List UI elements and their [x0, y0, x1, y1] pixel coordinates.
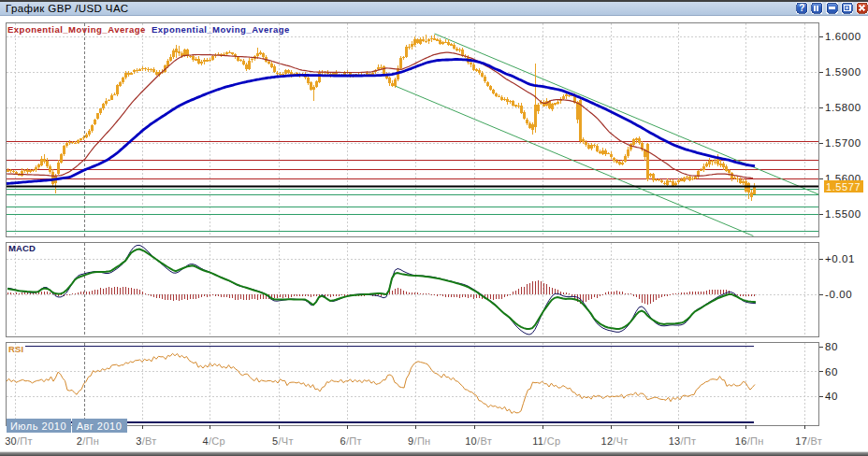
svg-text:11/Ср: 11/Ср	[532, 435, 560, 447]
svg-text:9/Пн: 9/Пн	[408, 435, 430, 447]
svg-text:3/Вт: 3/Вт	[136, 435, 156, 447]
svg-text:17/Вт: 17/Вт	[795, 435, 822, 447]
svg-text:+0.01: +0.01	[825, 253, 855, 264]
svg-text:Exponential_Moving_Average: Exponential_Moving_Average	[7, 24, 146, 35]
svg-text:1.5800: 1.5800	[825, 102, 861, 113]
svg-text:10/Вт: 10/Вт	[465, 435, 492, 447]
svg-text:16/Пн: 16/Пн	[735, 435, 764, 447]
svg-text:1.5577: 1.5577	[826, 181, 861, 192]
svg-text:RSI: RSI	[8, 344, 23, 354]
svg-text:40: 40	[825, 391, 838, 402]
svg-text:1.5500: 1.5500	[825, 208, 861, 220]
svg-text:?: ?	[799, 3, 804, 13]
svg-text:1.5700: 1.5700	[825, 137, 861, 149]
svg-text:-0.00: -0.00	[825, 289, 852, 300]
svg-text:1.6000: 1.6000	[825, 31, 861, 42]
svg-text:2/Пн: 2/Пн	[77, 435, 99, 447]
svg-text:График GBP /USD ЧАС: График GBP /USD ЧАС	[6, 3, 128, 14]
svg-text:13/Пт: 13/Пт	[669, 435, 697, 447]
svg-text:5/Чт: 5/Чт	[272, 435, 294, 447]
svg-text:4/Ср: 4/Ср	[203, 435, 225, 447]
svg-text:60: 60	[825, 366, 838, 378]
svg-text:Июль 2010: Июль 2010	[10, 420, 66, 432]
svg-text:Авг 2010: Авг 2010	[77, 420, 123, 432]
svg-text:Exponential_Moving_Average: Exponential_Moving_Average	[152, 24, 290, 35]
svg-text:12/Чт: 12/Чт	[601, 435, 629, 447]
svg-text:6/Пт: 6/Пт	[340, 435, 362, 447]
svg-text:30/Пт: 30/Пт	[5, 435, 33, 447]
svg-text:80: 80	[825, 341, 838, 352]
svg-text:MACD: MACD	[8, 243, 36, 253]
svg-text:1.5900: 1.5900	[825, 66, 861, 78]
